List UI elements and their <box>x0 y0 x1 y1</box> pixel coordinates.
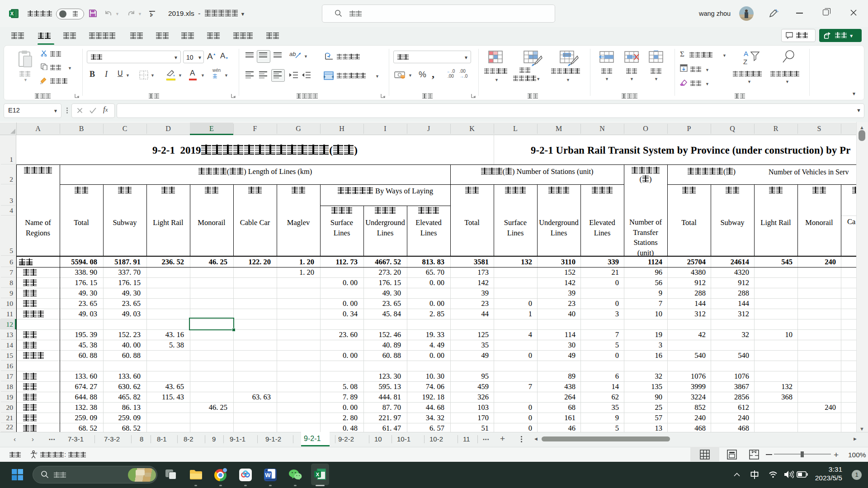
svg-text:X: X <box>10 11 14 16</box>
svg-text:X: X <box>316 472 320 477</box>
svg-text:?: ? <box>35 451 38 455</box>
